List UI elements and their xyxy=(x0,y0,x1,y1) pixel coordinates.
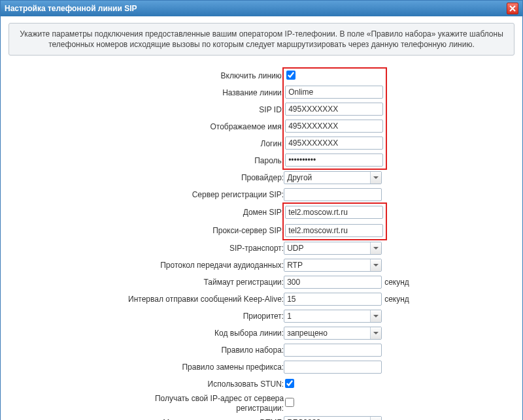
sip-transport-value: UDP xyxy=(284,244,370,253)
chevron-down-icon xyxy=(370,417,381,420)
unit-seconds: секунд xyxy=(384,274,409,291)
label-regserver: Сервер регистрации SIP: xyxy=(114,186,284,203)
priority-select[interactable]: 1 xyxy=(284,310,382,323)
label-ipfromreg: Получать свой IP-адрес от сервера регист… xyxy=(114,393,284,414)
keepalive-input[interactable] xyxy=(284,293,382,306)
audio-proto-value: RTP xyxy=(284,261,370,270)
label-usestun: Использовать STUN: xyxy=(114,376,284,393)
provider-value: Другой xyxy=(284,173,370,182)
password-input[interactable] xyxy=(285,153,383,167)
chevron-down-icon xyxy=(370,310,381,322)
label-provider: Провайдер: xyxy=(114,169,284,186)
sip-proxy-input[interactable] xyxy=(285,224,383,237)
chevron-down-icon xyxy=(370,172,381,184)
line-name-input[interactable] xyxy=(285,86,383,99)
label-name: Название линии: xyxy=(114,84,284,101)
dial-rule-input[interactable] xyxy=(284,344,382,357)
enable-line-checkbox[interactable] xyxy=(286,71,295,80)
label-keepalive: Интервал отправки сообщений Keep-Alive: xyxy=(114,291,284,308)
label-transport: SIP-транспорт: xyxy=(114,240,284,257)
dialog-window: Настройка телефонной линии SIP Укажите п… xyxy=(0,0,523,420)
unit-seconds: секунд xyxy=(384,291,409,308)
titlebar: Настройка телефонной линии SIP xyxy=(1,1,522,16)
audio-proto-select[interactable]: RTP xyxy=(284,259,382,272)
use-stun-checkbox[interactable] xyxy=(285,379,294,388)
ip-from-reg-checkbox[interactable] xyxy=(285,398,294,407)
intro-text: Укажите параметры подключения предоставл… xyxy=(8,23,515,56)
label-regtimeout: Таймаут регистрации: xyxy=(114,274,284,291)
form: Включить линию: Название линии: SIP ID: xyxy=(114,67,409,420)
line-code-select[interactable]: запрещено xyxy=(284,327,382,340)
dialog-body: Укажите параметры подключения предоставл… xyxy=(1,16,522,420)
label-dtmf: Метод передачи сигналов DTMF: xyxy=(114,414,284,420)
label-login: Логин: xyxy=(114,135,284,152)
label-sipid: SIP ID: xyxy=(114,101,284,118)
label-audioproto: Протокол передачи аудиоданных: xyxy=(114,257,284,274)
close-icon xyxy=(509,5,516,12)
label-dialrule: Правило набора: xyxy=(114,342,284,359)
sip-transport-select[interactable]: UDP xyxy=(284,242,382,255)
window-title: Настройка телефонной линии SIP xyxy=(5,4,137,13)
chevron-down-icon xyxy=(370,259,381,271)
dtmf-select[interactable]: RFC2833 xyxy=(284,416,382,420)
close-button[interactable] xyxy=(507,3,518,14)
label-proxy: Прокси-сервер SIP: xyxy=(114,221,284,240)
sip-domain-input[interactable] xyxy=(285,206,383,219)
provider-select[interactable]: Другой xyxy=(284,171,382,184)
label-enable: Включить линию: xyxy=(114,67,284,84)
label-priority: Приоритет: xyxy=(114,308,284,325)
line-code-value: запрещено xyxy=(284,329,370,338)
priority-value: 1 xyxy=(284,312,370,321)
label-display: Отображаемое имя: xyxy=(114,118,284,135)
label-linecode: Код выбора линии: xyxy=(114,325,284,342)
reg-server-input[interactable] xyxy=(284,188,382,201)
sip-id-input[interactable] xyxy=(285,103,383,116)
chevron-down-icon xyxy=(370,327,381,339)
label-password: Пароль: xyxy=(114,152,284,169)
reg-timeout-input[interactable] xyxy=(284,276,382,289)
label-prefixrule: Правило замены префикса: xyxy=(114,359,284,376)
display-name-input[interactable] xyxy=(285,120,383,133)
login-input[interactable] xyxy=(285,137,383,150)
chevron-down-icon xyxy=(370,242,381,254)
label-domain: Домен SIP: xyxy=(114,203,284,221)
prefix-rule-input[interactable] xyxy=(284,361,382,374)
